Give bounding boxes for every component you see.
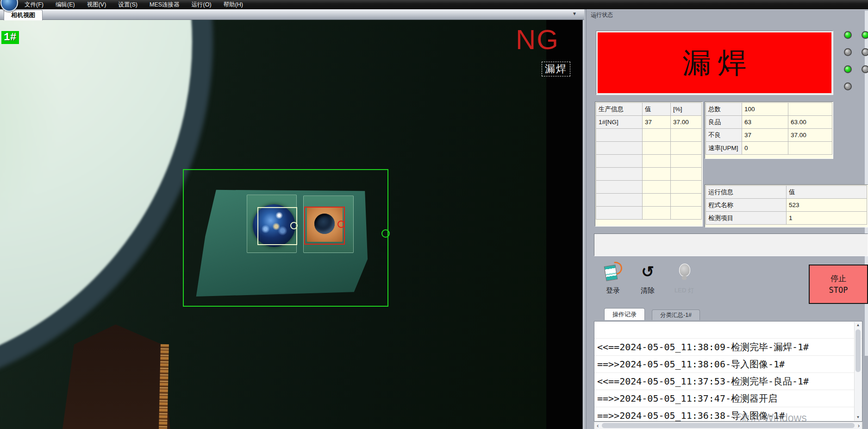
- clear-button-label: 清除: [636, 286, 660, 295]
- value-cell: 1: [787, 212, 867, 225]
- row-label-cell: 不良: [706, 129, 742, 142]
- value-cell: 523: [787, 199, 867, 212]
- status-led: [862, 31, 868, 39]
- message-box: [594, 233, 868, 256]
- log-horizontal-scrollbar[interactable]: ‹ ›: [594, 422, 862, 429]
- scrollbar-thumb[interactable]: [602, 423, 855, 428]
- roi-handle[interactable]: [381, 229, 390, 238]
- table-row: 总数 100: [706, 103, 832, 116]
- scroll-left-icon[interactable]: ‹: [597, 422, 599, 429]
- log-tab[interactable]: 操作记录: [604, 308, 645, 320]
- scroll-right-icon[interactable]: ›: [858, 422, 860, 429]
- row-label-cell: [596, 181, 643, 194]
- table-row: [596, 168, 702, 181]
- menu-item[interactable]: 视图(V): [81, 0, 112, 9]
- production-table-header: 生产信息值[%]: [596, 103, 702, 116]
- status-led: [862, 48, 868, 56]
- table-row: 不良 37 37.00: [706, 129, 832, 142]
- table-row: [596, 181, 702, 194]
- flex-cable-edge: [159, 344, 169, 429]
- dark-board-region: [58, 323, 174, 429]
- log-entry: ==>>2024-05-05_11:37:47-检测器开启: [594, 390, 862, 407]
- id-badge-icon: [604, 263, 622, 282]
- percent-cell: 37.00: [788, 129, 832, 142]
- login-button[interactable]: 登录: [599, 263, 626, 295]
- table-row: [596, 129, 702, 142]
- menu-item[interactable]: MES连接器: [144, 0, 186, 9]
- camera-viewport: 1# NG 漏焊: [0, 20, 582, 429]
- aoi-inspection-app: 文件(F)编辑(E)视图(V)设置(S)MES连接器运行(O)帮助(H) 相机视…: [0, 0, 868, 429]
- table-row: [596, 142, 702, 155]
- roi-rectangle[interactable]: [183, 169, 388, 307]
- log-entry: <<==2024-05-05_11:37:53-检测完毕-良品-1#: [594, 373, 862, 390]
- stats-table: 总数 100 良品 63 63.00 不良 37: [706, 102, 832, 155]
- stop-button-label-cn: 停止: [831, 273, 846, 284]
- operation-log-list: <<==2024-05-05_11:38:09-检测完毕-漏焊-1#==>>20…: [594, 321, 862, 422]
- table-row: 检测项目 1: [706, 212, 867, 225]
- stop-button-label-en: STOP: [829, 284, 848, 296]
- result-banner: 漏焊: [598, 32, 831, 93]
- status-panel: 运行状态 漏焊 生产信息值[%]: [587, 9, 868, 429]
- ng-result-text: NG: [516, 26, 559, 54]
- menu-item[interactable]: 文件(F): [19, 0, 50, 9]
- row-label-cell: 1#[NG]: [596, 116, 643, 129]
- value-cell: 37: [643, 116, 671, 129]
- header-cell: [%]: [671, 103, 702, 116]
- table-row: 1#[NG] 37 37.00: [596, 116, 702, 129]
- bulb-icon: [679, 263, 690, 282]
- row-label-cell: [596, 207, 643, 220]
- run-info-header: 运行信息值: [706, 186, 867, 199]
- panel-splitter[interactable]: [582, 9, 587, 429]
- table-row: [596, 207, 702, 220]
- percent-cell: [671, 142, 702, 155]
- row-label-cell: 总数: [706, 103, 742, 116]
- table-row: 良品 63 63.00: [706, 116, 832, 129]
- led-light-button[interactable]: LED 灯: [671, 263, 698, 295]
- table-row: [596, 155, 702, 168]
- stop-button[interactable]: 停止 STOP: [809, 265, 868, 304]
- table-row: 速率[UPM] 0: [706, 142, 832, 155]
- log-entry: <<==2024-05-05_11:38:09-检测完毕-漏焊-1#: [594, 339, 862, 356]
- row-label-cell: [596, 194, 643, 207]
- value-cell: [643, 207, 671, 220]
- menu-item[interactable]: 运行(O): [186, 0, 218, 9]
- log-spacer: [594, 322, 862, 339]
- percent-cell: [671, 129, 702, 142]
- percent-cell: [671, 207, 702, 220]
- result-banner-frame: 漏焊: [596, 31, 833, 95]
- row-label-cell: [596, 168, 643, 181]
- value-cell: 0: [742, 142, 788, 155]
- status-led: [862, 65, 868, 73]
- value-cell: 37: [742, 129, 788, 142]
- log-tab[interactable]: 分类汇总-1#: [652, 309, 700, 320]
- scroll-down-icon[interactable]: ▼: [855, 414, 862, 421]
- menu-item[interactable]: 帮助(H): [218, 0, 249, 9]
- clear-button[interactable]: ↺ 清除: [636, 263, 660, 295]
- row-label-cell: 良品: [706, 116, 742, 129]
- menu-item[interactable]: 编辑(E): [50, 0, 81, 9]
- row-label-cell: 检测项目: [706, 212, 787, 225]
- production-table-frame: 生产信息值[%] 1#[NG] 37 37.00: [595, 101, 703, 227]
- percent-cell: [788, 103, 832, 116]
- row-label-cell: 程式名称: [706, 199, 787, 212]
- log-vertical-scrollbar[interactable]: ▲ ▼: [854, 322, 862, 421]
- scrollbar-thumb[interactable]: [856, 329, 861, 372]
- clear-icon: ↺: [636, 263, 660, 282]
- menu-item[interactable]: 设置(S): [112, 0, 144, 9]
- percent-cell: [671, 155, 702, 168]
- tab-scroll-left-icon[interactable]: ◁: [592, 13, 596, 19]
- status-led: [844, 82, 852, 90]
- status-led: [844, 65, 852, 73]
- camera-id-badge: 1#: [1, 31, 19, 44]
- stats-table-frame: 总数 100 良品 63 63.00 不良 37: [705, 101, 833, 159]
- row-label-cell: 速率[UPM]: [706, 142, 742, 155]
- tab-list-dropdown-icon[interactable]: ▼: [572, 11, 577, 16]
- run-info-table: 运行信息值 程式名称 523 检测项目 1: [706, 185, 867, 225]
- row-label-cell: [596, 129, 643, 142]
- value-cell: [643, 194, 671, 207]
- result-banner-text: 漏焊: [676, 44, 753, 82]
- header-cell: 运行信息: [706, 186, 787, 199]
- value-cell: 100: [742, 103, 788, 116]
- scroll-up-icon[interactable]: ▲: [855, 322, 862, 328]
- log-tab-strip: 操作记录分类汇总-1#: [587, 308, 868, 320]
